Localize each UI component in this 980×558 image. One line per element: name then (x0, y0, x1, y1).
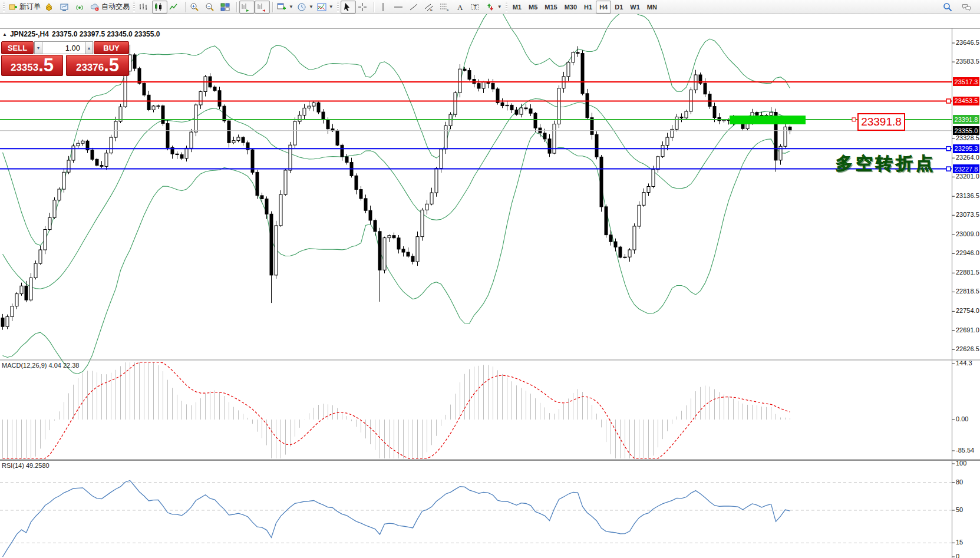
cloud-icon (90, 2, 100, 12)
auto-trading-button[interactable]: 自动交易 (88, 1, 131, 14)
indicators-button[interactable]: ▼ (315, 1, 335, 14)
signals-button[interactable] (73, 1, 88, 14)
labelT-icon: T (470, 2, 480, 12)
price-line-label: 23453.5 (953, 97, 979, 105)
rsi-axis-tick: 100 (956, 460, 979, 467)
toolbar-button-label: 自动交易 (101, 2, 130, 12)
macd-title: MACD(12,26,9) 4.04 22.38 (2, 362, 79, 369)
signal-icon (75, 2, 84, 12)
text-label-button[interactable]: T (468, 1, 484, 14)
macd-axis-tick: 0.00 (956, 415, 979, 422)
rsi-layer (0, 480, 952, 557)
cursor-button[interactable] (341, 1, 356, 14)
svg-text:A: A (457, 3, 463, 12)
volume-input[interactable]: 1.00 (42, 41, 85, 54)
line-handle[interactable] (946, 147, 951, 151)
equidistant-channel-button[interactable]: E (423, 1, 438, 14)
linechart-icon (169, 2, 179, 12)
chart-canvas[interactable] (0, 14, 980, 558)
price-axis-tick: 23646.5 (956, 39, 979, 46)
line-handle[interactable] (946, 99, 951, 103)
chat-button[interactable] (960, 1, 975, 14)
collapse-triangle-icon[interactable]: ▲ (2, 32, 7, 37)
timeframe-m30[interactable]: M30 (561, 1, 580, 14)
tile-windows-button[interactable] (219, 1, 234, 14)
dropdown-arrow-icon[interactable]: ▼ (497, 4, 502, 9)
toolbar-separator (236, 2, 237, 12)
crosshair-button[interactable] (356, 1, 371, 14)
macd-layer (3, 362, 790, 458)
arrows-icon (486, 2, 495, 12)
volume-up-button[interactable]: ▲ (85, 41, 93, 54)
sell-price-button[interactable]: 23353 .5 (1, 55, 63, 76)
zoom-out-button[interactable] (203, 1, 219, 14)
toolbar-grip[interactable] (3, 2, 5, 12)
market-watch-button[interactable] (42, 1, 58, 14)
timeframe-m5[interactable]: M5 (525, 1, 541, 14)
auto-scroll-button[interactable] (239, 1, 255, 14)
rsi-axis-tick: 80 (956, 478, 979, 486)
toolbar-grip[interactable] (506, 2, 507, 12)
sell-price-main: 23353 (11, 62, 38, 74)
chart-svg[interactable] (0, 14, 980, 558)
search-icon (943, 2, 952, 12)
rsi-axis-tick: 0 (956, 553, 979, 558)
symbol-title: ▲ JPN225-,H4 23375.0 23397.5 23345.0 233… (2, 30, 160, 38)
timeframe-d1[interactable]: D1 (611, 1, 626, 14)
trendline-button[interactable] (407, 1, 423, 14)
dropdown-arrow-icon[interactable]: ▼ (309, 4, 314, 9)
arrows-button[interactable]: ▼ (484, 1, 504, 14)
toolbar-grip[interactable] (133, 2, 135, 12)
zoomin-icon (190, 2, 199, 12)
timeframe-m15[interactable]: M15 (541, 1, 560, 14)
toolbar-separator (185, 2, 186, 12)
fibonacci-button[interactable]: F (438, 1, 453, 14)
buy-price-button[interactable]: 23376 .5 (66, 55, 129, 76)
horizontal-line-button[interactable] (392, 1, 407, 14)
timeframe-w1[interactable]: W1 (626, 1, 644, 14)
dropdown-arrow-icon[interactable]: ▼ (289, 4, 293, 9)
search-button[interactable] (941, 1, 956, 14)
chart-shift-button[interactable] (255, 1, 270, 14)
periods-button[interactable]: ▼ (295, 1, 315, 14)
mt4-window: 新订单自动交易▼▼▼EFAT▼M1M5M15M30H1H4D1W1MN ▲ JP… (0, 0, 980, 558)
text-button[interactable]: A (453, 1, 468, 14)
crosshair-icon (358, 2, 367, 12)
toolbar-grip[interactable] (337, 2, 339, 12)
tag-anchor-handle[interactable] (852, 118, 856, 121)
chat-icon (962, 2, 971, 12)
chartshift-icon (256, 2, 266, 12)
toolbar-button-label: 新订单 (19, 2, 41, 12)
dropdown-arrow-icon[interactable]: ▼ (329, 4, 334, 9)
line-chart-button[interactable] (167, 1, 183, 14)
buy-button[interactable]: BUY (94, 41, 129, 54)
timeframe-mn[interactable]: MN (644, 1, 661, 14)
chart-area[interactable]: ▲ JPN225-,H4 23375.0 23397.5 23345.0 233… (0, 14, 980, 558)
turning-point-annotation[interactable]: 多空转折点 (836, 152, 936, 176)
vertical-line-button[interactable] (377, 1, 392, 14)
toolbar-separator (272, 2, 273, 12)
timeframe-h1[interactable]: H1 (580, 1, 596, 14)
svg-text:F: F (447, 8, 449, 12)
sell-button[interactable]: SELL (1, 41, 34, 54)
line-handle[interactable] (946, 167, 951, 171)
timeframe-h4[interactable]: H4 (596, 1, 611, 14)
new-chart-button[interactable]: ▼ (275, 1, 295, 14)
price-axis-tick: 22818.5 (956, 288, 979, 295)
price-tag-label[interactable]: 23391.8 (857, 113, 905, 131)
chart-window-button[interactable] (58, 1, 73, 14)
highlight-rectangle[interactable] (730, 115, 806, 124)
indicators-icon (317, 2, 326, 12)
buy-price-main: 23376 (76, 62, 104, 74)
bar-chart-button[interactable] (137, 1, 152, 14)
volume-down-button[interactable]: ▼ (34, 41, 42, 54)
zoom-in-button[interactable] (188, 1, 203, 14)
symbol-name: JPN225-,H4 (10, 30, 49, 38)
macd-axis-tick: 144.3 (956, 359, 979, 367)
price-line-label: 23227.8 (953, 164, 979, 173)
price-axis-tick: 23583.5 (956, 58, 979, 65)
price-axis-tick: 23264.0 (956, 154, 979, 161)
new-order-button[interactable]: 新订单 (6, 1, 42, 14)
candlestick-chart-button[interactable] (152, 1, 167, 14)
timeframe-m1[interactable]: M1 (509, 1, 525, 14)
